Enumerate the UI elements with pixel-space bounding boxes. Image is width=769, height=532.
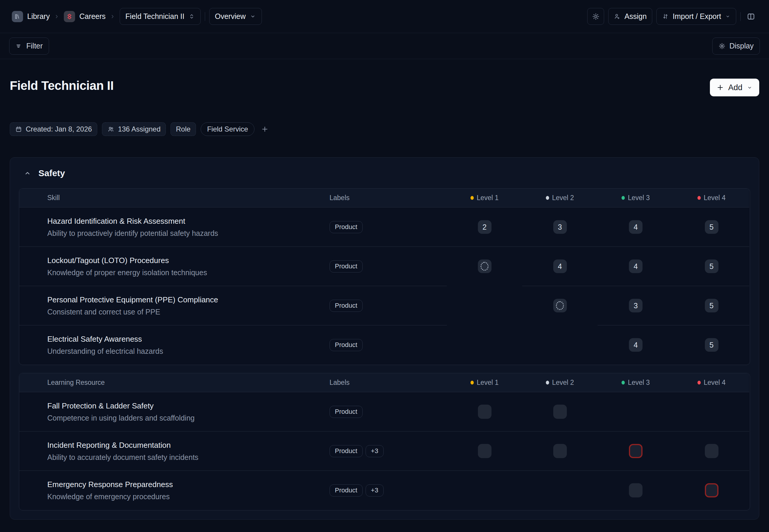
level-value-badge[interactable]: 5	[705, 299, 718, 312]
skill-cell: Incident Reporting & DocumentationAbilit…	[19, 432, 330, 471]
level-loading-spinner[interactable]	[478, 259, 491, 273]
table-row[interactable]: Emergency Response PreparednessKnowledge…	[19, 471, 750, 510]
label-chip[interactable]: Product	[330, 406, 363, 418]
level-value-badge[interactable]: 4	[629, 259, 643, 273]
level-alert-badge[interactable]	[705, 483, 718, 497]
level-cell	[447, 392, 522, 432]
table-row[interactable]: Hazard Identification & Risk AssessmentA…	[19, 207, 750, 247]
level-cell	[598, 392, 674, 432]
labels-cell: Product	[330, 207, 447, 247]
table-row[interactable]: Personal Protective Equipment (PPE) Comp…	[19, 286, 750, 325]
label-chip[interactable]: Product	[330, 484, 363, 497]
label-chip[interactable]: +3	[366, 484, 384, 497]
level-empty-badge[interactable]	[478, 444, 491, 458]
column-header-level-2: Level 2	[522, 189, 598, 207]
level-label: Level 3	[628, 194, 650, 202]
assign-button[interactable]: Assign	[608, 8, 652, 25]
column-header-level-1: Level 1	[447, 373, 522, 392]
add-tag-button[interactable]	[261, 125, 269, 133]
chevron-down-icon	[249, 13, 256, 20]
level-label: Level 2	[552, 379, 574, 387]
entity-selector[interactable]: Field Technician II	[120, 8, 201, 25]
table-row[interactable]: Fall Protection & Ladder SafetyCompetenc…	[19, 392, 750, 432]
column-header-labels: Labels	[330, 373, 447, 392]
column-header-level-3: Level 3	[598, 373, 674, 392]
label-chip[interactable]: Product	[330, 300, 363, 312]
top-nav: Library Careers Field Technician II Over…	[0, 0, 769, 33]
level-label: Level 1	[477, 379, 499, 387]
skill-title: Personal Protective Equipment (PPE) Comp…	[47, 295, 218, 304]
level-cell: 4	[598, 325, 674, 365]
skill-description: Understanding of electrical hazards	[47, 347, 163, 356]
type-chip[interactable]: Role	[171, 122, 196, 136]
labels-cell: Product	[330, 247, 447, 286]
level-cell: 4	[598, 207, 674, 247]
column-header-level-4: Level 4	[674, 373, 749, 392]
display-button[interactable]: Display	[712, 38, 760, 55]
level-empty-badge[interactable]	[705, 444, 718, 458]
created-chip[interactable]: Created: Jan 8, 2026	[10, 122, 97, 136]
level-dot-icon	[546, 196, 549, 200]
settings-button[interactable]	[587, 8, 604, 25]
level-cell: 4	[598, 247, 674, 286]
add-button[interactable]: Add	[710, 79, 759, 96]
level-cell: 3	[522, 207, 598, 247]
level-value-badge[interactable]: 4	[629, 338, 643, 352]
level-value-badge[interactable]: 2	[478, 220, 491, 234]
level-cell: 3	[598, 286, 674, 325]
label-chip[interactable]: Product	[330, 260, 363, 273]
chevron-right-icon	[110, 14, 116, 20]
chevron-down-icon	[725, 14, 731, 19]
level-cell	[598, 432, 674, 471]
table-row[interactable]: Lockout/Tagout (LOTO) ProceduresKnowledg…	[19, 247, 750, 286]
main-content: Field Technician II Add Created: Jan 8, …	[0, 79, 769, 520]
table-row[interactable]: Incident Reporting & DocumentationAbilit…	[19, 432, 750, 471]
level-alert-badge[interactable]	[629, 444, 643, 458]
column-header-skill: Learning Resource	[19, 373, 330, 392]
level-value-badge[interactable]: 5	[705, 220, 718, 234]
level-value-badge[interactable]: 4	[629, 220, 643, 234]
side-panel-toggle[interactable]	[745, 10, 757, 23]
breadcrumb-careers[interactable]: Careers	[64, 11, 106, 22]
label-chip[interactable]: Product	[330, 445, 363, 457]
collapse-section-button[interactable]	[22, 168, 33, 178]
filter-button[interactable]: Filter	[9, 38, 49, 55]
level-empty-badge[interactable]	[553, 444, 567, 458]
filter-label: Filter	[26, 42, 43, 50]
skill-cell: Emergency Response PreparednessKnowledge…	[19, 471, 330, 510]
tag-pill[interactable]: Field Service	[201, 122, 255, 136]
label-chip[interactable]: +3	[366, 445, 384, 457]
breadcrumb-library[interactable]: Library	[12, 11, 50, 22]
level-value-badge[interactable]: 5	[705, 259, 718, 273]
type-label: Role	[176, 125, 190, 133]
level-value-badge[interactable]: 4	[553, 259, 567, 273]
skill-cell: Lockout/Tagout (LOTO) ProceduresKnowledg…	[19, 247, 330, 286]
level-dot-icon	[546, 381, 549, 385]
level-dot-icon	[697, 196, 701, 200]
spinner-icon	[481, 262, 489, 271]
level-empty-badge[interactable]	[629, 483, 643, 497]
label-chip[interactable]: Product	[330, 221, 363, 233]
label-chip[interactable]: Product	[330, 339, 363, 351]
assigned-chip[interactable]: 136 Assigned	[102, 122, 166, 136]
table-row[interactable]: Electrical Safety AwarenessUnderstanding…	[19, 325, 750, 365]
level-value-badge[interactable]: 3	[553, 220, 567, 234]
level-loading-spinner[interactable]	[553, 299, 567, 312]
level-value-badge[interactable]: 3	[629, 299, 643, 312]
users-icon	[107, 126, 114, 133]
table-header-row: SkillLabelsLevel 1Level 2Level 3Level 4	[19, 189, 750, 207]
skill-description: Competence in using ladders and scaffold…	[47, 414, 194, 422]
level-empty-badge[interactable]	[478, 405, 491, 419]
level-label: Level 3	[628, 379, 650, 387]
level-empty-badge[interactable]	[553, 405, 567, 419]
level-value-badge[interactable]: 5	[705, 338, 718, 352]
level-cell	[447, 247, 522, 286]
divider	[740, 12, 741, 21]
divider	[205, 12, 205, 21]
view-selector-label: Overview	[215, 12, 246, 21]
view-selector[interactable]: Overview	[209, 8, 262, 25]
import-export-button[interactable]: Import / Export	[656, 8, 736, 25]
skill-description: Knowledge of proper energy isolation tec…	[47, 268, 207, 277]
display-label: Display	[729, 42, 754, 50]
level-cell	[522, 471, 598, 510]
